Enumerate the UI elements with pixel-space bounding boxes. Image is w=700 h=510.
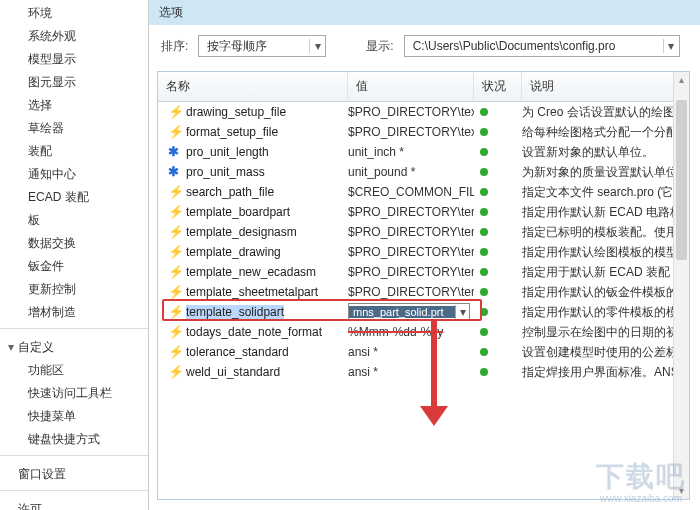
- bolt-icon: ⚡: [168, 206, 180, 218]
- sidebar-item[interactable]: 通知中心: [0, 163, 148, 186]
- option-name: template_solidpart: [186, 305, 284, 319]
- option-value: $CREO_COMMON_FIL: [348, 185, 474, 199]
- option-desc: 指定文本文件 search.pro (它: [522, 184, 689, 201]
- status-dot-icon: [480, 288, 488, 296]
- sidebar-item[interactable]: 更新控制: [0, 278, 148, 301]
- option-desc: 指定用作默认绘图模板的模型: [522, 244, 689, 261]
- sort-label: 排序:: [161, 38, 188, 55]
- sidebar-item[interactable]: 选择: [0, 94, 148, 117]
- bolt-icon: ⚡: [168, 226, 180, 238]
- sidebar-item[interactable]: 草绘器: [0, 117, 148, 140]
- option-value: ansi *: [348, 365, 474, 379]
- table-row[interactable]: ✱pro_unit_massunit_pound *为新对象的质量设置默认单位: [158, 162, 689, 182]
- option-value: $PRO_DIRECTORY\ter: [348, 285, 474, 299]
- bolt-icon: ⚡: [168, 366, 180, 378]
- scroll-thumb[interactable]: [676, 100, 687, 260]
- table-row[interactable]: ⚡format_setup_file$PRO_DIRECTORY\tex给每种绘…: [158, 122, 689, 142]
- bolt-icon: ⚡: [168, 126, 180, 138]
- bolt-icon: ⚡: [168, 286, 180, 298]
- table-row[interactable]: ⚡tolerance_standardansi *设置创建模型时使用的公差标: [158, 342, 689, 362]
- col-value[interactable]: 值: [348, 72, 474, 101]
- table-row[interactable]: ⚡template_sheetmetalpart$PRO_DIRECTORY\t…: [158, 282, 689, 302]
- col-desc[interactable]: 说明: [522, 72, 689, 101]
- show-label: 显示:: [366, 38, 393, 55]
- sidebar-item[interactable]: 键盘快捷方式: [0, 428, 148, 451]
- bolt-icon: ⚡: [168, 106, 180, 118]
- vertical-scrollbar[interactable]: ▴ ▾: [673, 72, 689, 499]
- table-row[interactable]: ⚡template_drawing$PRO_DIRECTORY\ter指定用作默…: [158, 242, 689, 262]
- bolt-icon: ⚡: [168, 186, 180, 198]
- bolt-icon: ⚡: [168, 246, 180, 258]
- sidebar: 环境系统外观模型显示图元显示选择草绘器装配通知中心ECAD 装配板数据交换钣金件…: [0, 0, 148, 510]
- sidebar-cat-customize[interactable]: ▾自定义: [0, 333, 148, 359]
- sidebar-item[interactable]: 钣金件: [0, 255, 148, 278]
- status-dot-icon: [480, 308, 488, 316]
- status-dot-icon: [480, 108, 488, 116]
- option-name: weld_ui_standard: [186, 365, 280, 379]
- status-dot-icon: [480, 268, 488, 276]
- sidebar-item[interactable]: 图元显示: [0, 71, 148, 94]
- table-row[interactable]: ⚡template_designasm$PRO_DIRECTORY\ter指定已…: [158, 222, 689, 242]
- option-name: pro_unit_length: [186, 145, 269, 159]
- table-row[interactable]: ⚡drawing_setup_file$PRO_DIRECTORY\tex为 C…: [158, 102, 689, 122]
- status-dot-icon: [480, 168, 488, 176]
- option-desc: 为 Creo 会话设置默认的绘图: [522, 104, 689, 121]
- sidebar-item[interactable]: 功能区: [0, 359, 148, 382]
- status-dot-icon: [480, 128, 488, 136]
- config-grid: 名称 值 状况 说明 ⚡drawing_setup_file$PRO_DIREC…: [157, 71, 690, 500]
- scroll-up-icon[interactable]: ▴: [674, 72, 689, 88]
- col-name[interactable]: 名称: [158, 72, 348, 101]
- option-desc: 给每种绘图格式分配一个分配: [522, 124, 689, 141]
- table-row[interactable]: ⚡template_boardpart$PRO_DIRECTORY\ter指定用…: [158, 202, 689, 222]
- sidebar-item[interactable]: 增材制造: [0, 301, 148, 324]
- status-dot-icon: [480, 228, 488, 236]
- toolbar: 排序: 按字母顺序 ▾ 显示: C:\Users\Public\Document…: [149, 25, 700, 67]
- status-dot-icon: [480, 328, 488, 336]
- sidebar-item[interactable]: 系统外观: [0, 25, 148, 48]
- table-row[interactable]: ⚡template_solidpartmns_part_solid.prt▾指定…: [158, 302, 689, 322]
- option-desc: 指定焊接用户界面标准。ANS: [522, 364, 689, 381]
- sidebar-item[interactable]: 快速访问工具栏: [0, 382, 148, 405]
- option-name: template_designasm: [186, 225, 297, 239]
- show-combo[interactable]: C:\Users\Public\Documents\config.pro ▾: [404, 35, 680, 57]
- grid-header: 名称 值 状况 说明: [158, 72, 689, 102]
- option-value: $PRO_DIRECTORY\tex: [348, 125, 474, 139]
- sidebar-item[interactable]: 板: [0, 209, 148, 232]
- sidebar-item[interactable]: 数据交换: [0, 232, 148, 255]
- table-row[interactable]: ✱pro_unit_lengthunit_inch *设置新对象的默认单位。: [158, 142, 689, 162]
- sidebar-cat-window[interactable]: 窗口设置: [0, 460, 148, 486]
- table-row[interactable]: ⚡template_new_ecadasm$PRO_DIRECTORY\ter指…: [158, 262, 689, 282]
- slash-icon: ✱: [168, 146, 180, 158]
- sidebar-cat-license[interactable]: 许可: [0, 495, 148, 510]
- sidebar-item[interactable]: ECAD 装配: [0, 186, 148, 209]
- option-desc: 设置新对象的默认单位。: [522, 144, 689, 161]
- option-desc: 指定已标明的模板装配。使用: [522, 224, 689, 241]
- table-row[interactable]: ⚡search_path_file$CREO_COMMON_FIL指定文本文件 …: [158, 182, 689, 202]
- sidebar-item[interactable]: 快捷菜单: [0, 405, 148, 428]
- option-desc: 指定用作默认的零件模板的模: [522, 304, 689, 321]
- sidebar-item[interactable]: 模型显示: [0, 48, 148, 71]
- chevron-down-icon[interactable]: ▾: [309, 39, 325, 53]
- sidebar-item[interactable]: 环境: [0, 2, 148, 25]
- col-status[interactable]: 状况: [474, 72, 522, 101]
- bolt-icon: ⚡: [168, 326, 180, 338]
- panel-title: 选项: [149, 0, 700, 25]
- chevron-down-icon[interactable]: ▾: [455, 305, 469, 319]
- scroll-down-icon[interactable]: ▾: [674, 483, 689, 499]
- table-row[interactable]: ⚡todays_date_note_format%Mmm-%dd-%yy控制显示…: [158, 322, 689, 342]
- option-value: unit_pound *: [348, 165, 474, 179]
- sort-combo[interactable]: 按字母顺序 ▾: [198, 35, 326, 57]
- slash-icon: ✱: [168, 166, 180, 178]
- option-value: $PRO_DIRECTORY\tex: [348, 105, 474, 119]
- status-dot-icon: [480, 348, 488, 356]
- table-row[interactable]: ⚡weld_ui_standardansi *指定焊接用户界面标准。ANS: [158, 362, 689, 382]
- value-input[interactable]: mns_part_solid.prt: [349, 306, 455, 318]
- status-dot-icon: [480, 368, 488, 376]
- value-editor[interactable]: mns_part_solid.prt▾: [348, 303, 470, 321]
- option-name: template_drawing: [186, 245, 281, 259]
- bolt-icon: ⚡: [168, 306, 180, 318]
- status-dot-icon: [480, 148, 488, 156]
- option-name: template_new_ecadasm: [186, 265, 316, 279]
- chevron-down-icon[interactable]: ▾: [663, 39, 679, 53]
- sidebar-item[interactable]: 装配: [0, 140, 148, 163]
